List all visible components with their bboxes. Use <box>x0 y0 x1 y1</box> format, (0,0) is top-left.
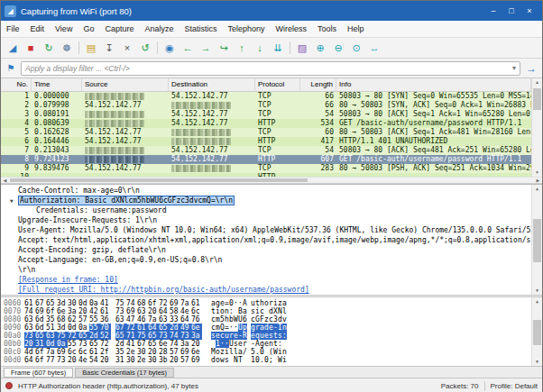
hex-byte[interactable]: 65 <box>46 299 57 307</box>
column-header-length[interactable]: Length <box>300 78 336 91</box>
packet-row[interactable]: 10.00000054.152.142.77TCP6650803 → 80 [S… <box>1 92 531 101</box>
detail-line[interactable]: Cache-Control: max-age=0\r\n <box>1 186 531 196</box>
byte-tab[interactable]: Frame (607 bytes) <box>4 368 73 378</box>
filter-bookmark-icon[interactable]: ⚑ <box>5 63 17 73</box>
expert-info-icon[interactable] <box>5 382 13 389</box>
hex-byte[interactable]: 3d <box>57 324 68 332</box>
detail-line[interactable]: Upgrade-Insecure-Requests: 1\r\n <box>1 215 531 225</box>
hex-byte[interactable]: 65 <box>148 332 159 340</box>
hex-byte[interactable]: 61 <box>89 348 100 356</box>
hscrollbar-thumb[interactable] <box>10 178 308 182</box>
go-forward-icon[interactable]: → <box>197 40 215 56</box>
hex-byte[interactable]: 20 <box>78 307 89 315</box>
close-button[interactable]: × <box>520 1 538 21</box>
hex-byte[interactable]: 0a <box>78 324 89 332</box>
hex-byte[interactable]: 6d <box>35 324 46 332</box>
hex-byte[interactable]: 74 <box>24 307 35 315</box>
start-capture-icon[interactable]: ◢ <box>4 40 22 56</box>
details-scrollbar[interactable]: ▲ ▼ <box>531 185 542 295</box>
close-file-icon[interactable]: × <box>118 40 136 56</box>
hex-byte[interactable]: 74 <box>126 299 137 307</box>
hex-byte[interactable]: 6e <box>191 324 202 332</box>
scroll-down-icon[interactable]: ▼ <box>532 358 542 366</box>
detail-line[interactable]: ▼Authorization: Basic dXNlcm5hbWU6cGFzc3… <box>1 196 531 205</box>
hex-byte[interactable]: 73 <box>24 332 35 340</box>
hex-byte[interactable]: 46 <box>137 315 148 324</box>
hex-byte[interactable]: 71 <box>126 332 137 340</box>
hex-byte[interactable]: 61 <box>191 299 202 307</box>
hex-byte[interactable]: 6f <box>46 307 57 315</box>
column-header-info[interactable]: Info <box>336 78 531 91</box>
hex-byte[interactable]: 63 <box>24 324 35 332</box>
hex-byte[interactable]: 73 <box>57 356 68 364</box>
hex-byte[interactable]: 20 <box>100 356 111 364</box>
scroll-up-icon[interactable]: ▲ <box>532 78 542 87</box>
hex-byte[interactable]: 55 <box>89 315 100 324</box>
scroll-up-icon[interactable]: ▲ <box>532 185 542 193</box>
hex-byte[interactable]: 57 <box>170 348 180 356</box>
hex-byte[interactable]: 74 <box>170 340 180 348</box>
maximize-button[interactable]: □ <box>502 1 520 21</box>
hex-byte[interactable]: 36 <box>100 315 111 324</box>
hex-byte[interactable]: 61 <box>137 324 148 332</box>
hex-byte[interactable]: 2d <box>89 332 100 340</box>
hex-scrollbar[interactable]: ▲ ▼ <box>531 297 542 366</box>
hex-byte[interactable]: 69 <box>57 348 68 356</box>
scrollbar-thumb[interactable] <box>533 88 541 110</box>
hex-byte[interactable]: 75 <box>115 299 126 307</box>
hex-byte[interactable]: 6e <box>57 307 68 315</box>
scrollbar-thumb[interactable] <box>533 219 541 262</box>
hex-byte[interactable]: 3d <box>57 299 68 307</box>
hex-byte[interactable]: 72 <box>126 324 137 332</box>
hex-byte[interactable]: 4d <box>24 348 35 356</box>
hex-byte[interactable]: 67 <box>115 324 126 332</box>
hex-byte[interactable]: 3a <box>191 332 202 340</box>
hex-byte[interactable]: 7a <box>46 348 57 356</box>
go-back-icon[interactable]: ← <box>179 40 197 56</box>
column-header-destination[interactable]: Destination <box>169 78 255 91</box>
resize-columns-icon[interactable]: ↔ <box>365 40 383 56</box>
hex-byte[interactable]: 55 <box>89 324 100 332</box>
filter-dropdown-icon[interactable]: ▾ <box>512 64 516 72</box>
detail-line[interactable]: Accept: text/html,application/xhtml+xml,… <box>1 235 531 245</box>
hex-byte[interactable]: 0a <box>57 340 68 348</box>
hex-byte[interactable]: 30 <box>68 299 78 307</box>
detail-line[interactable]: Accept-Language: en-GB,en;q=0.9,en-US;q=… <box>1 255 531 265</box>
scroll-down-icon[interactable]: ▼ <box>532 169 542 177</box>
menu-item-go[interactable]: Go <box>78 21 99 38</box>
packet-row[interactable]: 30.08019154.152.142.77TCP5450803 → 80 [A… <box>1 110 531 119</box>
minimize-button[interactable]: – <box>484 1 502 21</box>
restart-capture-icon[interactable]: ↻ <box>40 40 58 56</box>
hex-byte[interactable]: 67 <box>35 299 46 307</box>
detail-line[interactable]: Credentials: username:password <box>1 205 531 215</box>
hex-row[interactable]: 00c04d6f7a696c6c612f352e30202857696eMozi… <box>1 348 531 356</box>
packet-row[interactable]: 70.21304354.152.142.77TCP5450803 → 80 [A… <box>1 146 531 155</box>
hex-byte[interactable]: 30 <box>148 356 159 364</box>
scroll-left-icon[interactable]: ◀ <box>1 178 9 183</box>
first-packet-icon[interactable]: ↑ <box>233 40 251 56</box>
hex-byte[interactable]: 63 <box>46 332 57 340</box>
hex-byte[interactable]: 2d <box>170 324 180 332</box>
hex-row[interactable]: 00b020310d0a557365722d4167656e743a20 1··… <box>1 340 531 348</box>
hex-byte[interactable]: 65 <box>78 332 89 340</box>
hex-byte[interactable]: 73 <box>159 332 170 340</box>
hex-byte[interactable]: 69 <box>191 356 202 364</box>
hex-byte[interactable]: 75 <box>137 332 148 340</box>
hex-byte[interactable]: 69 <box>170 299 180 307</box>
hex-byte[interactable]: 70 <box>100 324 111 332</box>
byte-tab[interactable]: Basic Credentials (17 bytes) <box>75 368 174 378</box>
scroll-right-icon[interactable]: ▶ <box>534 178 542 183</box>
filter-apply-icon[interactable]: → <box>524 62 538 75</box>
hex-byte[interactable]: 47 <box>126 315 137 324</box>
packet-list-hscrollbar[interactable]: ◀ ▶ <box>1 177 542 184</box>
packet-row[interactable]: 60.16444654.152.142.77HTTP417HTTP/1.1 40… <box>1 137 531 146</box>
detail-line[interactable]: \r\n <box>1 265 531 275</box>
hex-byte[interactable]: 35 <box>115 348 126 356</box>
packet-row[interactable]: 89.72412354.152.142.77HTTP607GET /basic-… <box>1 155 531 164</box>
hex-byte[interactable]: 65 <box>35 332 46 340</box>
hex-byte[interactable]: 6f <box>35 356 46 364</box>
hex-byte[interactable]: 42 <box>89 307 100 315</box>
hex-byte[interactable]: 6c <box>78 348 89 356</box>
hex-byte[interactable]: 6e <box>191 348 202 356</box>
packet-row[interactable]: 50.16262854.152.142.77TCP6080 → 50803 [A… <box>1 128 531 137</box>
